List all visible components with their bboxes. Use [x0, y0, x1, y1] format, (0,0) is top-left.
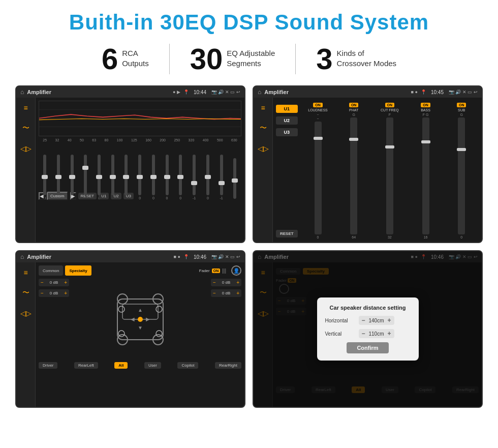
freq-400: 400: [203, 138, 209, 142]
minus-tl[interactable]: −: [41, 280, 44, 285]
icons-right-2: 📷 🔊 ✕ ▭ ↩: [449, 89, 478, 95]
svg-point-17: [156, 331, 162, 337]
btn-rear-left[interactable]: RearLeft: [74, 362, 98, 369]
minus-br[interactable]: −: [213, 290, 216, 296]
eq-slider-14[interactable]: [233, 144, 236, 200]
eq-slider-7[interactable]: 0: [138, 144, 141, 200]
reset-crossover[interactable]: RESET: [276, 230, 298, 237]
sub-slider[interactable]: [458, 117, 465, 234]
plus-tl[interactable]: +: [64, 280, 67, 285]
eq-slider-8[interactable]: 0: [152, 144, 155, 200]
plus-bl[interactable]: +: [64, 290, 67, 296]
freq-320: 320: [189, 138, 195, 142]
fader-controls: − 0 dB + − 0 dB +: [39, 279, 241, 360]
location-icon-2: 📍: [421, 89, 426, 95]
phat-sub: G: [352, 113, 355, 116]
freq-100: 100: [117, 138, 123, 142]
screen-crossover: ⌂ Amplifier ■ ● 📍 10:45 📷 🔊 ✕ ▭ ↩ ≡ 〜 ◁▷…: [253, 85, 483, 243]
plus-br[interactable]: +: [236, 290, 239, 296]
loudness-value: 0: [317, 235, 319, 239]
horizontal-value: 140cm: [367, 318, 386, 323]
eq-slider-9[interactable]: 0: [166, 144, 169, 200]
eq-slider-1[interactable]: 0: [57, 144, 60, 200]
btn-user[interactable]: User: [144, 362, 161, 369]
u3-preset[interactable]: U3: [276, 128, 298, 136]
channel-sub: ON SUB G 0: [444, 103, 479, 239]
eq-slider-6[interactable]: 0: [124, 144, 128, 200]
phat-slider[interactable]: [350, 117, 357, 234]
vol-icon[interactable]: ◁▷: [20, 142, 32, 155]
vol-icon-3[interactable]: ◁▷: [20, 307, 32, 319]
freq-50: 50: [80, 138, 84, 142]
btn-all[interactable]: All: [114, 362, 128, 369]
car-diagram: ▲ ▼ ◀ ▶: [73, 279, 207, 360]
minus-bl[interactable]: −: [41, 290, 44, 296]
crossover-main: U1 U2 U3 RESET ON LOUDNESS ~~: [273, 98, 482, 242]
vol-icon-2[interactable]: ◁▷: [257, 142, 269, 155]
minus-tr[interactable]: −: [213, 280, 216, 285]
u2-preset[interactable]: U2: [276, 116, 298, 125]
eq-icon-3[interactable]: ≡: [20, 266, 32, 279]
eq-slider-13[interactable]: -1: [220, 144, 223, 200]
status-bar-2: ⌂ Amplifier ■ ● 📍 10:45 📷 🔊 ✕ ▭ ↩: [254, 86, 482, 98]
eq-slider-12[interactable]: 0: [206, 144, 209, 200]
stat-crossover-number: 3: [316, 44, 332, 74]
vertical-label: Vertical: [325, 331, 356, 337]
time-2: 10:45: [431, 89, 444, 95]
crossover-channels: ON LOUDNESS ~~ 0 ON: [301, 101, 479, 239]
u1-preset[interactable]: U1: [276, 105, 298, 113]
db-control-br: − 0 dB +: [211, 289, 241, 297]
eq-slider-4[interactable]: 0: [98, 144, 101, 200]
eq-slider-2[interactable]: 0: [71, 144, 74, 200]
tab-common[interactable]: Common: [39, 265, 63, 276]
channel-bass: ON BASS F G 16: [409, 103, 443, 239]
stat-rca: 6 RCAOutputs: [81, 44, 169, 74]
eq-slider-3[interactable]: 5: [84, 144, 87, 200]
eq-slider-5[interactable]: 0: [111, 144, 114, 200]
btn-driver[interactable]: Driver: [39, 362, 57, 369]
eq-icon-2[interactable]: ≡: [257, 102, 269, 114]
freq-250: 250: [174, 138, 180, 142]
eq-icon[interactable]: ≡: [20, 102, 32, 114]
eq-slider-0[interactable]: 0: [43, 144, 46, 200]
vertical-minus[interactable]: −: [362, 330, 365, 337]
horizontal-plus[interactable]: +: [388, 317, 391, 324]
eq-val-13: -1: [220, 196, 223, 200]
cutfreq-sub: F: [389, 113, 391, 116]
db-control-tl: − 0 dB +: [39, 279, 69, 286]
eq-track-3: [84, 155, 87, 195]
eq-track-12: [206, 155, 209, 195]
wave-icon-2[interactable]: 〜: [257, 122, 269, 134]
db-val-br: 0 dB: [217, 291, 235, 295]
stat-eq-label: EQ AdjustableSegments: [227, 44, 275, 68]
btn-rear-right[interactable]: RearRight: [215, 362, 241, 369]
eq-track-13: [220, 155, 223, 195]
loudness-label: LOUDNESS: [308, 108, 328, 112]
bass-slider[interactable]: [422, 117, 429, 234]
tab-specialty[interactable]: Specialty: [65, 265, 91, 276]
wave-icon-3[interactable]: 〜: [20, 287, 32, 299]
eq-slider-11[interactable]: -1: [193, 144, 196, 200]
fader-label: Fader ON |||: [199, 265, 226, 276]
cutfreq-thumb: [385, 145, 394, 148]
confirm-button[interactable]: Confirm: [347, 342, 388, 353]
reset-btn[interactable]: RESET: [78, 193, 97, 199]
btn-copilot[interactable]: Copilot: [177, 362, 198, 369]
loudness-slider[interactable]: [315, 122, 322, 234]
freq-25: 25: [43, 138, 47, 142]
freq-40: 40: [68, 138, 72, 142]
app-title-1: Amplifier: [27, 89, 170, 95]
eq-val-10: 0: [179, 196, 181, 200]
status-icons-1: ● ▶: [173, 89, 180, 95]
svg-text:◀: ◀: [131, 316, 135, 322]
vertical-plus[interactable]: +: [388, 330, 391, 337]
eq-slider-10[interactable]: 0: [179, 144, 182, 200]
dialog-row-horizontal: Horizontal − 140cm +: [325, 316, 411, 325]
wave-icon[interactable]: 〜: [20, 122, 32, 134]
cutfreq-slider[interactable]: [386, 117, 393, 234]
settings-circle[interactable]: 👤: [231, 265, 241, 276]
dialog-row-vertical: Vertical − 110cm +: [325, 329, 411, 338]
plus-tr[interactable]: +: [236, 280, 239, 285]
horizontal-minus[interactable]: −: [362, 317, 365, 324]
eq-val-12: 0: [207, 196, 209, 200]
